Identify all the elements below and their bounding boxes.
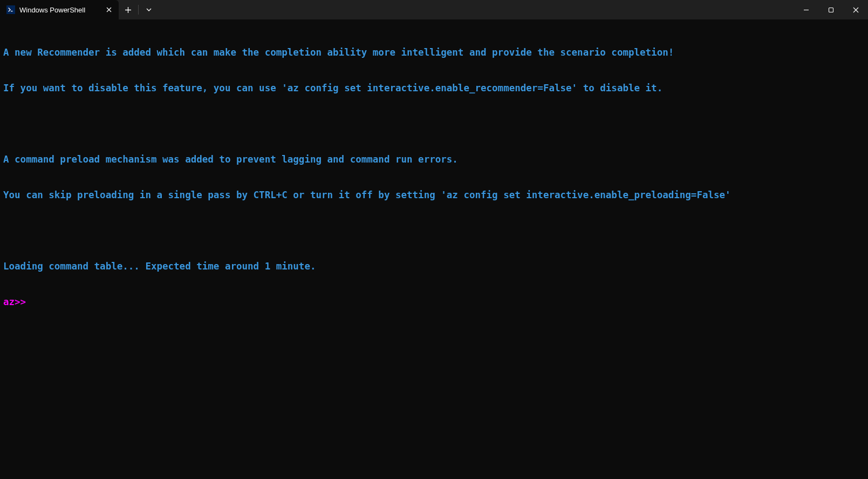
blank-line [3, 367, 865, 379]
blank-line [3, 332, 865, 343]
blank-line [3, 225, 865, 237]
divider [138, 5, 139, 15]
tab-title: Windows PowerShell [19, 6, 85, 14]
blank-line [3, 474, 865, 479]
window-controls [794, 0, 868, 19]
powershell-tab[interactable]: Windows PowerShell [0, 0, 119, 19]
tab-actions [119, 0, 158, 19]
svg-rect-1 [829, 8, 833, 12]
output-line: If you want to disable this feature, you… [3, 82, 865, 94]
terminal-output[interactable]: A new Recommender is added which can mak… [0, 19, 868, 479]
output-line: A command preload mechanism was added to… [3, 153, 865, 165]
tab-dropdown-button[interactable] [140, 0, 158, 19]
prompt: az>> [3, 296, 865, 308]
maximize-button[interactable] [818, 0, 843, 19]
tab-close-button[interactable] [105, 5, 113, 14]
blank-line [3, 403, 865, 415]
close-window-button[interactable] [843, 0, 868, 19]
minimize-button[interactable] [794, 0, 818, 19]
powershell-icon [6, 5, 15, 14]
output-line: Loading command table... Expected time a… [3, 260, 865, 272]
output-line: A new Recommender is added which can mak… [3, 46, 865, 58]
titlebar: Windows PowerShell [0, 0, 868, 19]
blank-line [3, 438, 865, 450]
new-tab-button[interactable] [119, 0, 137, 19]
blank-line [3, 118, 865, 130]
output-line: You can skip preloading in a single pass… [3, 189, 865, 201]
